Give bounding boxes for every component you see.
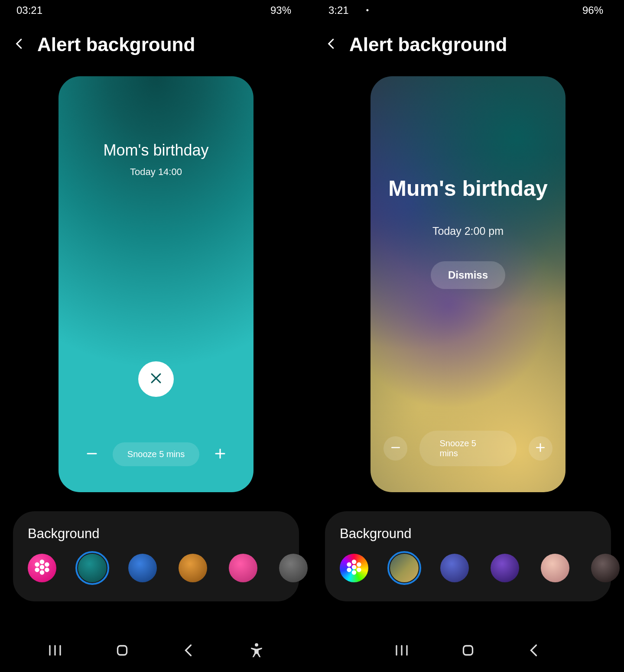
phone-left: 03:21 93% — [0, 0, 312, 672]
svg-point-13 — [35, 562, 39, 567]
plus-icon — [535, 442, 546, 455]
minus-icon — [390, 442, 401, 455]
swatch-dark[interactable] — [591, 554, 620, 582]
plus-icon — [214, 447, 227, 462]
swatch-purple[interactable] — [491, 554, 519, 582]
minus-icon — [85, 447, 98, 462]
flower-icon — [33, 558, 51, 578]
svg-rect-42 — [463, 646, 472, 655]
back-button[interactable] — [325, 37, 338, 52]
alert-title: Mom's birthday — [95, 141, 218, 159]
snooze-row: Snooze 5 mins — [370, 431, 566, 466]
svg-point-21 — [255, 643, 258, 646]
svg-point-35 — [347, 562, 351, 567]
nav-bar — [312, 629, 624, 672]
page-title: Alert background — [37, 34, 195, 55]
nav-recents[interactable] — [394, 643, 410, 658]
svg-point-11 — [40, 560, 45, 565]
snooze-increase[interactable] — [529, 436, 552, 461]
swatch-blue[interactable] — [128, 554, 157, 582]
nav-home[interactable] — [114, 643, 130, 658]
swatch-gallery[interactable] — [28, 554, 56, 582]
alert-subtitle: Today 14:00 — [130, 166, 182, 178]
svg-point-12 — [40, 570, 45, 575]
snooze-decrease[interactable] — [83, 446, 101, 463]
alert-preview: Mum's birthday Today 2:00 pm Dismiss Sno… — [370, 76, 566, 492]
swatch-gallery[interactable] — [340, 554, 368, 582]
nav-back[interactable] — [181, 643, 197, 658]
close-icon — [149, 371, 163, 387]
svg-point-14 — [45, 562, 49, 567]
snooze-row: Snooze 5 mins — [58, 442, 254, 466]
svg-point-34 — [352, 570, 357, 575]
snooze-decrease[interactable] — [384, 436, 407, 461]
page-header: Alert background — [325, 21, 611, 68]
background-card: Background — [325, 511, 611, 601]
status-bar: 03:21 93% — [13, 0, 299, 21]
battery-percent: 96% — [582, 4, 603, 16]
alert-subtitle: Today 2:00 pm — [432, 225, 504, 237]
phone-right: 3:21 • — [312, 0, 624, 672]
nav-accessibility[interactable] — [248, 642, 265, 659]
dismiss-fab[interactable] — [138, 361, 174, 397]
svg-point-38 — [357, 568, 361, 572]
swatch-orange[interactable] — [179, 554, 207, 582]
svg-rect-20 — [117, 646, 127, 655]
alert-title: Mum's birthday — [380, 176, 556, 201]
swatch-row — [340, 554, 596, 582]
status-time: 3:21 — [328, 4, 349, 16]
nav-recents[interactable] — [47, 643, 63, 658]
dismiss-button[interactable]: Dismiss — [431, 261, 505, 289]
swatch-grey[interactable] — [279, 554, 308, 582]
svg-point-33 — [352, 560, 357, 565]
page-header: Alert background — [13, 21, 299, 68]
svg-point-37 — [347, 568, 351, 572]
background-card-title: Background — [28, 526, 284, 542]
background-card: Background — [13, 511, 299, 601]
svg-point-32 — [352, 565, 357, 570]
battery-percent: 93% — [270, 4, 291, 16]
status-bar: 3:21 • — [325, 0, 611, 21]
dot-icon: • — [366, 6, 369, 15]
status-time: 03:21 — [16, 4, 42, 16]
svg-point-10 — [40, 565, 45, 570]
alert-preview: Mom's birthday Today 14:00 Snooze 5 mins — [58, 76, 254, 492]
nav-bar — [0, 629, 312, 672]
swatch-teal[interactable] — [78, 554, 107, 582]
back-button[interactable] — [13, 37, 26, 52]
snooze-chip[interactable]: Snooze 5 mins — [113, 442, 199, 466]
page-title: Alert background — [349, 34, 507, 55]
swatch-fuchsia[interactable] — [229, 554, 257, 582]
swatch-row — [28, 554, 284, 582]
flower-icon — [345, 558, 363, 578]
nav-back[interactable] — [526, 643, 542, 658]
swatch-indigo[interactable] — [440, 554, 469, 582]
svg-point-16 — [45, 568, 49, 572]
background-card-title: Background — [340, 526, 596, 542]
svg-point-36 — [357, 562, 361, 567]
swatch-olive[interactable] — [390, 554, 419, 582]
snooze-increase[interactable] — [211, 446, 229, 463]
swatch-peach[interactable] — [541, 554, 569, 582]
nav-home[interactable] — [460, 643, 476, 658]
snooze-chip[interactable]: Snooze 5 mins — [419, 431, 516, 466]
svg-point-15 — [35, 568, 39, 572]
